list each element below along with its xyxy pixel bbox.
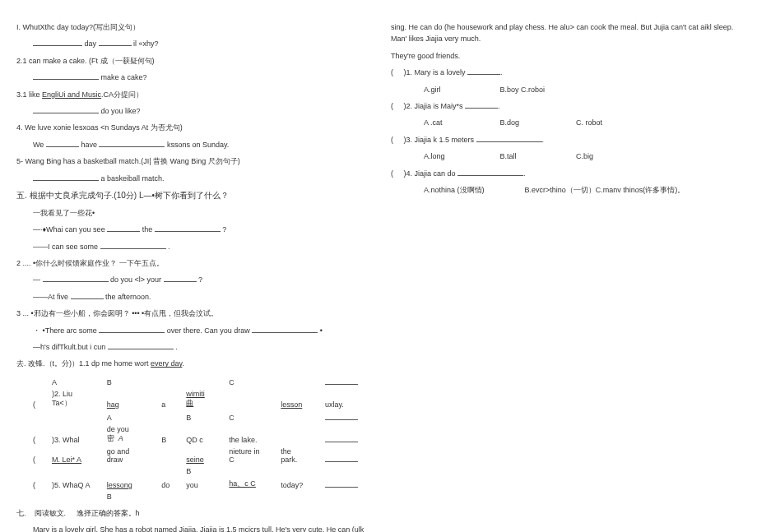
right-column: sing. He can do (he housework and play c… (391, 16, 741, 532)
table-row: (M. Lei* Ago and drawseinenieture in Cth… (25, 446, 366, 465)
blank (100, 241, 166, 249)
sec7-num: 七. (16, 509, 26, 517)
text: il «xhy? (133, 39, 159, 48)
blank (33, 173, 99, 181)
rq1: ( )1. Mary is a lovely . (391, 67, 741, 78)
section5-title: 五. 根据中丈良承完成句子.(10分) L—•树下你看到了什么？ (16, 189, 366, 202)
blank (107, 224, 140, 232)
text: 3.1 like (16, 90, 42, 99)
rq1-choices: A.girl B.boy C.roboi (391, 84, 741, 95)
choice-a: A.nothina (没啊情) (424, 184, 522, 196)
blank (46, 139, 79, 147)
s5-2a: — do you <l> your ? (16, 274, 366, 285)
blank (43, 274, 109, 282)
paren: ( (391, 169, 393, 178)
q5-line2: a baskeiball match. (16, 173, 366, 184)
paren: ( (391, 136, 393, 144)
q3-line2: do you like? (16, 105, 366, 117)
text: ? (198, 275, 202, 284)
q5: 5- Wang Bing has a basketball match.(JI|… (16, 155, 366, 167)
text: )3. Jiajia k 1.5 meters (404, 136, 475, 144)
table-row: ()5. WhaQ Alessongdoyouha、c Ctoday? (25, 477, 366, 491)
text: . (175, 343, 178, 351)
text: • (320, 326, 323, 335)
q2-line2: make a cake? (16, 72, 366, 83)
q4: 4. We luve xonie lesxoas <n Sundays At 为… (16, 122, 366, 133)
q4-line2: We have kssons on Sunday. (16, 139, 366, 150)
q2: 2.1 can make a cake. (Ft 成（一获疑何句) (16, 55, 366, 67)
paren: ( (391, 102, 393, 110)
choice-c: C.big (576, 150, 650, 162)
left-column: I. WhutXthc day today?(写出同义句） day il «xh… (16, 16, 366, 532)
underlined: every day (151, 359, 182, 368)
text: We (33, 141, 44, 149)
choice-a: A.girl (424, 84, 498, 95)
sec7-t2: 逸择正确的答案。h (77, 509, 140, 517)
text: 去. 改锋.（t。分)）1.1 dp me home wort (16, 359, 151, 368)
blank (33, 72, 99, 80)
error-correction-table: ABC ()2. Liu Ta<）hagawimiti 曲lessonuxlay… (25, 375, 366, 502)
text: . (168, 243, 170, 251)
table-row: B (25, 491, 366, 502)
text: . (182, 359, 184, 368)
text: )4. Jiajia can do (404, 169, 456, 178)
choice-a: A .cat (424, 117, 498, 128)
s5-3b: —h's difTkult.but i cun . (16, 341, 366, 353)
blank (155, 224, 221, 232)
blank (99, 139, 165, 147)
text: the afternoon. (105, 293, 151, 301)
choice-c: C. robot (576, 117, 650, 128)
choice-b: B.dog (500, 117, 574, 128)
blank (99, 38, 132, 46)
s5b: —·♦Whai can you see the ? (16, 224, 366, 235)
s5-3a: ・ •There arc some over there. Can you dr… (16, 325, 366, 336)
text: ——I can see some (33, 243, 98, 251)
table-row: ABC (25, 410, 366, 423)
text: over there. Can you draw (167, 326, 250, 335)
blank (476, 134, 542, 142)
section7: 七. 阅读敏文. 逸择正确的答案。h (16, 507, 366, 519)
passage-line1: Mary is a lovely girl. She has a robot n… (16, 524, 366, 532)
table-row: ()3. Whalde you 密 ABQD cthe lake. (25, 423, 366, 446)
section6: 去. 改锋.（t。分)）1.1 dp me home wort every da… (16, 358, 366, 369)
rq3-choices: A.long B.tall C.big (391, 150, 741, 162)
text: do you like? (101, 107, 141, 115)
text: make a cake? (101, 73, 147, 81)
sec7-t1: 阅读敏文. (35, 509, 67, 517)
text: do you <l> your (110, 275, 161, 284)
rq4-choices: A.nothina (没啊情) B.evcr>thino（一切）C.manv t… (391, 184, 741, 196)
blank (99, 325, 165, 333)
choice-a: A.long (424, 150, 498, 162)
underlined: EngliUi and Music (42, 90, 101, 99)
q1-blanks: day il «xhy? (16, 38, 366, 49)
blank (33, 105, 99, 113)
text: ・ •There arc some (33, 326, 97, 335)
rq2-choices: A .cat B.dog C. robot (391, 117, 741, 128)
text: — (33, 275, 40, 284)
passage-line3: They're good friends. (391, 50, 741, 62)
rq2: ( )2. Jiajia is Maiy*s . (391, 100, 741, 112)
q3: 3.1 like EngliUi and Music.CA分提问） (16, 89, 366, 100)
s5-2b: ——At five the afternoon. (16, 291, 366, 303)
paren: ( (391, 68, 393, 76)
text: kssons on Sunday. (167, 141, 229, 149)
text: ? (222, 225, 226, 234)
text: the (142, 225, 153, 234)
text: a baskeiball match. (101, 174, 165, 183)
blank (108, 341, 174, 349)
s5-2: 2 .... •你什么时候馈家庭作业？ 一下午五点。 (16, 257, 366, 269)
text: —·♦Whai can you see (33, 225, 105, 234)
choice-bc: B.boy C.roboi (500, 84, 574, 95)
blank (465, 100, 498, 109)
blank (252, 325, 318, 333)
s5-3: 3 ... •邪边有一些小船，你会囱明？ ••• •有点甩，但我会汶试。 (16, 308, 366, 319)
rq3: ( )3. Jiajia k 1.5 meters . (391, 134, 741, 146)
rq4: ( )4. Jiajia can do . (391, 168, 741, 179)
table-row: B (25, 465, 366, 477)
text: —h's difTkult.but i cun (33, 343, 105, 351)
table-row: ()2. Liu Ta<）hagawimiti 曲lessonuxlay. (25, 388, 366, 410)
blank (457, 168, 523, 176)
text: day (85, 39, 97, 48)
s5c: ——I can see some . (16, 241, 366, 252)
choice-bc: B.evcr>thino（一切）C.manv thinos(许多事情)。 (525, 184, 739, 196)
